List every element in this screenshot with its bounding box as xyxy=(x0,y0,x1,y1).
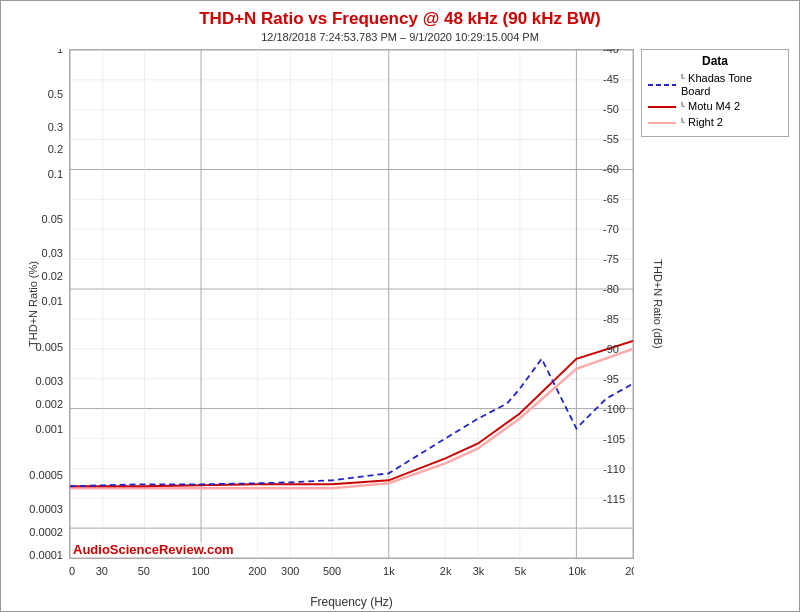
svg-text:20: 20 xyxy=(69,565,75,577)
legend-label-right: ᴸ Right 2 xyxy=(681,116,723,129)
legend-swatch-khadas xyxy=(648,80,676,90)
x-axis-label: Frequency (Hz) xyxy=(69,595,634,609)
y-axis-right-ticks: -40 -45 -50 -55 -60 -65 -70 -75 -80 -85 … xyxy=(601,49,645,559)
svg-text:0.02: 0.02 xyxy=(42,270,63,282)
svg-text:2k: 2k xyxy=(440,565,452,577)
svg-text:-105: -105 xyxy=(603,433,625,445)
svg-text:0.0002: 0.0002 xyxy=(29,526,63,538)
svg-text:1: 1 xyxy=(57,49,63,55)
svg-text:0.2: 0.2 xyxy=(48,143,63,155)
legend-label-khadas: ᴸ Khadas Tone Board xyxy=(681,72,782,97)
chart-title: THD+N Ratio vs Frequency @ 48 kHz (90 kH… xyxy=(1,1,799,29)
svg-text:0.0003: 0.0003 xyxy=(29,503,63,515)
svg-text:0.002: 0.002 xyxy=(35,398,63,410)
svg-text:10k: 10k xyxy=(568,565,586,577)
svg-text:0.005: 0.005 xyxy=(35,341,63,353)
svg-text:0.01: 0.01 xyxy=(42,295,63,307)
chart-container: THD+N Ratio vs Frequency @ 48 kHz (90 kH… xyxy=(0,0,800,612)
svg-text:-85: -85 xyxy=(603,313,619,325)
svg-text:200: 200 xyxy=(248,565,266,577)
svg-text:20k: 20k xyxy=(625,565,634,577)
svg-text:0.001: 0.001 xyxy=(35,423,63,435)
svg-text:-65: -65 xyxy=(603,193,619,205)
svg-text:300: 300 xyxy=(281,565,299,577)
chart-area xyxy=(69,49,634,559)
svg-text:-95: -95 xyxy=(603,373,619,385)
svg-text:100: 100 xyxy=(191,565,209,577)
svg-text:500: 500 xyxy=(323,565,341,577)
legend-label-motu: ᴸ Motu M4 2 xyxy=(681,100,740,113)
svg-text:-50: -50 xyxy=(603,103,619,115)
legend-item-motu: ᴸ Motu M4 2 xyxy=(648,100,782,113)
svg-text:-80: -80 xyxy=(603,283,619,295)
legend-swatch-motu xyxy=(648,102,676,112)
svg-text:-40: -40 xyxy=(603,49,619,55)
svg-text:0.0005: 0.0005 xyxy=(29,469,63,481)
svg-text:1k: 1k xyxy=(383,565,395,577)
svg-text:50: 50 xyxy=(138,565,150,577)
svg-text:0.0001: 0.0001 xyxy=(29,549,63,559)
svg-text:-115: -115 xyxy=(603,493,625,505)
svg-text:3k: 3k xyxy=(473,565,485,577)
svg-text:0.003: 0.003 xyxy=(35,375,63,387)
svg-text:-60: -60 xyxy=(603,163,619,175)
legend-swatch-right xyxy=(648,118,676,128)
svg-text:-45: -45 xyxy=(603,73,619,85)
legend-title: Data xyxy=(648,54,782,68)
svg-rect-1 xyxy=(70,50,633,558)
svg-text:-55: -55 xyxy=(603,133,619,145)
svg-text:0.1: 0.1 xyxy=(48,168,63,180)
svg-text:-70: -70 xyxy=(603,223,619,235)
svg-text:-90: -90 xyxy=(603,343,619,355)
svg-text:0.05: 0.05 xyxy=(42,213,63,225)
y-axis-right-label: THD+N Ratio (dB) xyxy=(652,259,664,349)
svg-text:-75: -75 xyxy=(603,253,619,265)
watermark: AudioScienceReview.com xyxy=(73,542,234,557)
x-axis-ticks: 20 30 50 100 200 300 500 1k 2k 3k 5k 10k… xyxy=(69,561,634,597)
svg-text:5k: 5k xyxy=(515,565,527,577)
svg-text:-100: -100 xyxy=(603,403,625,415)
svg-text:0.03: 0.03 xyxy=(42,247,63,259)
legend-box: Data ᴸ Khadas Tone Board ᴸ Motu M4 2 ᴸ R… xyxy=(641,49,789,137)
svg-text:0.5: 0.5 xyxy=(48,88,63,100)
svg-text:30: 30 xyxy=(96,565,108,577)
legend-item-khadas: ᴸ Khadas Tone Board xyxy=(648,72,782,97)
svg-text:-110: -110 xyxy=(603,463,625,475)
legend-item-right: ᴸ Right 2 xyxy=(648,116,782,129)
chart-subtitle: 12/18/2018 7:24:53.783 PM – 9/1/2020 10:… xyxy=(1,31,799,43)
y-axis-left-ticks: 1 0.5 0.3 0.2 0.1 0.05 0.03 0.02 0.01 0.… xyxy=(19,49,67,559)
chart-svg xyxy=(70,50,633,558)
svg-text:0.3: 0.3 xyxy=(48,121,63,133)
